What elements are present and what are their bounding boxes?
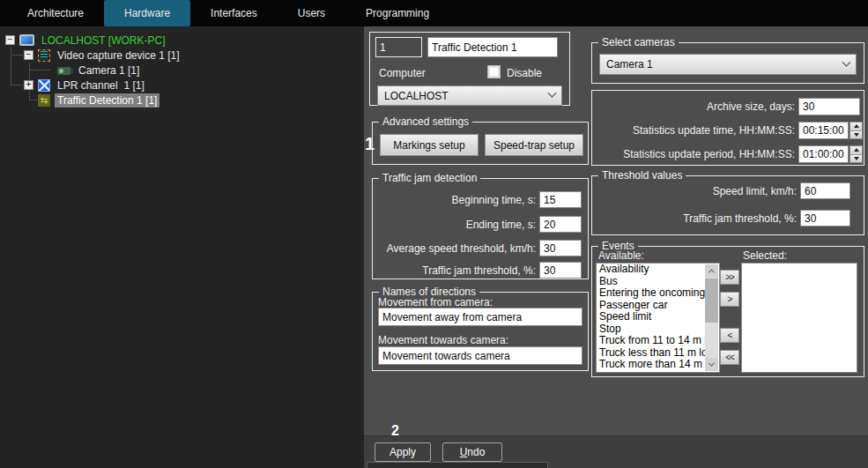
tree-item-camera[interactable]: Camera 1 [1] [0,63,364,78]
traffic-jam-threshold-label: Traffic jam threshold, %: [599,212,797,225]
computer-select[interactable]: LOCALHOST [377,85,562,106]
apply-button[interactable]: Apply [375,442,431,462]
list-item[interactable]: Bus [597,276,705,288]
group-title: Select cameras [598,36,679,49]
select-cameras-group: Select cameras Camera 1 [591,42,864,84]
archive-size-field[interactable] [798,98,860,115]
list-item[interactable]: Stop [597,323,705,336]
disable-checkbox[interactable] [487,65,501,78]
camera-select[interactable]: Camera 1 [599,54,857,75]
beginning-time-label: Beginning time, s: [378,194,536,206]
disable-label: Disable [507,67,542,79]
tree-item-label: LOCALHOST [WORK-PC] [39,33,167,48]
up-arrow-icon [708,269,715,275]
group-title: Advanced settings [379,115,472,129]
camera-select-value: Camera 1 [606,58,653,71]
undo-button[interactable]: Undo [442,442,502,462]
tree-item-label: LPR channel 1 [1] [55,78,147,93]
avg-speed-threshold-label: Average speed threshold, km/h: [378,242,536,255]
movement-from-field[interactable] [378,308,582,326]
stats-update-time-spinner [849,122,863,139]
scrollbar[interactable] [705,264,718,371]
traffic-detection-icon: ⇆ [38,94,50,107]
expand-expander-icon[interactable]: + [24,80,33,90]
down-arrow-icon [854,133,859,137]
jam-threshold-label: Traffic jam threshold, %: [378,264,536,277]
down-arrow-icon [708,360,715,367]
group-title: Traffic jam detection [379,172,480,185]
object-name-field[interactable] [427,37,558,57]
app-window: Architecture Hardware Interfaces Users P… [0,0,868,468]
annotation-step-2: 2 [391,423,399,439]
threshold-values-group: Threshold values Speed limit, km/h: Traf… [591,175,864,235]
speed-trap-setup-button[interactable]: Speed-trap setup [485,134,583,156]
move-left-button[interactable]: < [720,328,739,343]
object-id-field[interactable] [375,37,422,57]
computer-label: Computer [379,67,426,79]
tab-hardware[interactable]: Hardware [104,0,190,26]
move-all-left-button[interactable]: << [720,350,739,365]
move-all-right-button[interactable]: >> [720,270,739,285]
stats-update-time-field[interactable] [798,122,849,139]
lpr-channel-icon [38,79,50,92]
speed-limit-field[interactable] [800,182,850,199]
selected-label: Selected: [743,249,787,262]
tree-item-label: Traffic Detection 1 [1] [55,93,160,108]
movement-towards-field[interactable] [378,346,582,365]
speed-limit-label: Speed limit, km/h: [599,185,797,197]
collapse-expander-icon[interactable]: − [24,50,33,60]
tree-item-traffic-detection[interactable]: ⇆ Traffic Detection 1 [1] [0,93,364,108]
markings-setup-button[interactable]: Markings setup [380,134,479,156]
tab-architecture[interactable]: Architecture [7,0,104,26]
stats-update-period-label: Statistics update period, HH:MM:SS: [599,148,795,160]
tab-programming[interactable]: Programming [345,0,449,26]
list-item[interactable]: Truck more than 14 m long [597,359,705,371]
undo-label-rest: ndo [467,446,485,458]
beginning-time-field[interactable] [539,191,582,208]
selected-events-list[interactable] [741,263,857,373]
tree-item-video-capture-device[interactable]: − Video capture device 1 [1] [0,48,364,63]
available-label: Available: [598,249,644,262]
tab-users[interactable]: Users [278,0,345,26]
list-item[interactable]: Truck from 11 to 14 m long [597,335,705,347]
stats-update-time-label: Statistics update time, HH:MM:SS: [599,124,795,137]
tab-interfaces[interactable]: Interfaces [190,0,278,26]
stats-update-period-spinner [849,145,863,163]
traffic-jam-threshold-field[interactable] [800,210,850,227]
traffic-jam-group: Traffic jam detection Beginning time, s:… [372,178,589,279]
list-item[interactable]: Availability [597,264,705,276]
list-item[interactable]: Entering the oncoming lane [597,287,705,300]
ending-time-label: Ending time, s: [378,219,536,231]
tree-item-localhost[interactable]: − LOCALHOST [WORK-PC] [0,33,364,48]
list-item[interactable]: Passenger car [597,300,705,312]
spinner-down-button[interactable] [850,131,862,139]
move-right-button[interactable]: > [720,292,739,307]
scroll-up-button[interactable] [705,264,718,278]
capture-board-icon [38,49,50,62]
ending-time-field[interactable] [539,216,582,233]
group-title: Threshold values [598,169,686,182]
object-tree: − LOCALHOST [WORK-PC] − Video capture de… [0,26,364,468]
computer-select-value: LOCALHOST [384,90,449,102]
stats-update-period-field[interactable] [798,145,849,163]
camera-icon [57,67,71,75]
scrollbar-thumb[interactable] [705,279,718,323]
tree-item-label: Video capture device 1 [1] [55,48,182,63]
collapse-expander-icon[interactable]: − [5,35,15,45]
scroll-down-button[interactable] [705,358,718,371]
undo-accesskey: U [460,446,468,458]
spinner-down-button[interactable] [850,155,862,163]
spinner-up-button[interactable] [850,146,862,154]
list-item[interactable]: Truck less than 11 m long [597,347,705,360]
jam-threshold-field[interactable] [539,262,582,279]
computer-monitor-icon [19,34,34,46]
tree-item-lpr-channel[interactable]: + LPR channel 1 [1] [0,78,364,93]
spinner-up-button[interactable] [850,123,862,130]
avg-speed-threshold-field[interactable] [539,240,582,256]
list-item[interactable]: Speed limit [597,311,705,323]
settings-panel: Computer Disable LOCALHOST 1 Advanced se… [364,26,868,468]
movement-towards-label: Movement towards camera: [378,334,508,346]
clipped-bottom-panel [367,462,548,468]
up-arrow-icon [854,148,859,152]
directions-group: Names of directions Movement from camera… [372,292,589,371]
